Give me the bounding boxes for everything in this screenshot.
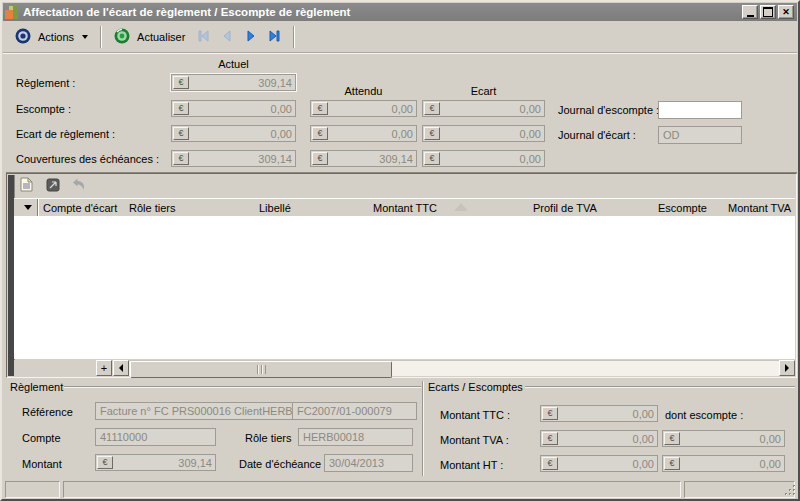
refresh-button[interactable]: Actualiser (107, 24, 191, 50)
journal-escompte-field[interactable] (658, 101, 742, 119)
next-record-icon (243, 28, 259, 47)
euro-icon: € (424, 102, 440, 115)
ecart-reglement-row-label: Ecart de règlement : (16, 128, 115, 140)
maximize-icon (763, 7, 773, 17)
grid-body[interactable] (14, 216, 795, 359)
grid-column-libelle[interactable]: Libellé (259, 202, 291, 214)
ecarts-montant-tva-field: €0,00 (540, 430, 658, 447)
euro-icon: € (173, 76, 189, 89)
reglement-actuel-field: €309,14 (171, 74, 296, 91)
ecart-reglement-actuel-field: €0,00 (171, 125, 296, 142)
row-selector-dropdown-icon[interactable] (24, 205, 32, 210)
edit-line-icon (46, 178, 60, 195)
grid-column-compte-ecart[interactable]: Compte d'écart (43, 202, 117, 214)
ecart-grid-panel: Compte d'écart Rôle tiers Libellé Montan… (6, 173, 797, 378)
euro-icon: € (173, 152, 189, 165)
euro-icon: € (664, 432, 680, 445)
ecarts-group-line (525, 386, 795, 387)
grid-column-montant-tva[interactable]: Montant TVA (728, 202, 791, 214)
actions-button[interactable]: Actions (8, 24, 94, 50)
actions-icon (14, 27, 32, 47)
grid-hscrollbar[interactable] (113, 360, 795, 376)
refresh-icon (113, 27, 131, 47)
hscrollbar-thumb[interactable] (130, 361, 392, 378)
euro-icon: € (173, 127, 189, 140)
journal-ecart-label: Journal d'écart : (558, 129, 636, 141)
ecarts-montant-ttc-field: €0,00 (540, 405, 658, 422)
reglement-group-line (64, 386, 421, 387)
montant-ht-label: Montant HT : (440, 459, 503, 471)
compte-field: 41110000 (95, 428, 216, 446)
previous-record-icon (219, 28, 235, 47)
reference-label: Référence (22, 406, 73, 418)
scroll-right-button[interactable] (779, 360, 795, 376)
toolbar-separator (293, 26, 294, 48)
escompte-ecart-field: €0,00 (422, 100, 545, 117)
hscrollbar-track[interactable] (129, 360, 779, 376)
grid-header-separator (37, 199, 38, 216)
scroll-left-button[interactable] (113, 360, 129, 376)
couvertures-row-label: Couvertures des échéances : (16, 153, 159, 165)
euro-icon: € (424, 152, 440, 165)
grid-toolbar (15, 175, 795, 197)
app-icon (5, 5, 19, 19)
journal-escompte-label: Journal d'escompte : (558, 104, 659, 116)
undo-icon (71, 178, 86, 194)
euro-icon: € (424, 127, 440, 140)
statusbar-panel-middle (63, 481, 681, 498)
close-icon: ✕ (782, 8, 790, 17)
maximize-button[interactable] (760, 5, 776, 19)
euro-icon: € (542, 457, 558, 470)
euro-icon: € (312, 102, 328, 115)
title-bar: Affectation de l'écart de règlement / Es… (3, 3, 797, 21)
actions-label: Actions (38, 31, 74, 43)
close-button[interactable]: ✕ (778, 5, 794, 19)
scroll-left-icon (119, 364, 123, 372)
grid-column-role-tiers[interactable]: Rôle tiers (129, 202, 175, 214)
ecart-reglement-attendu-field: €0,00 (310, 125, 417, 142)
reglement-group-title: Règlement (10, 381, 63, 393)
toolbar-separator (100, 26, 101, 48)
next-record-button[interactable] (242, 27, 260, 48)
minimize-button[interactable] (742, 5, 758, 19)
role-tiers-field: HERB00018 (298, 428, 413, 446)
escompte-ht-field: €0,00 (662, 455, 785, 472)
couvertures-ecart-field: €0,00 (422, 150, 545, 167)
montant-label: Montant (22, 458, 62, 470)
edit-line-button[interactable] (44, 178, 61, 195)
euro-icon: € (97, 456, 113, 469)
new-line-button[interactable] (18, 178, 35, 195)
euro-icon: € (173, 102, 189, 115)
ecart-reglement-ecart-field: €0,00 (422, 125, 545, 142)
resize-grip-icon[interactable] (785, 485, 796, 496)
app-window: Affectation de l'écart de règlement / Es… (0, 0, 800, 501)
column-header-attendu: Attendu (310, 85, 417, 97)
euro-icon: € (664, 457, 680, 470)
escompte-actuel-field: €0,00 (171, 100, 296, 117)
montant-tva-label: Montant TVA : (440, 434, 509, 446)
group-divider (422, 381, 423, 476)
reference-field: Facture n° FC PRS000016 ClientHERB00 (95, 402, 293, 420)
euro-icon: € (542, 407, 558, 420)
ecarts-group-title: Ecarts / Escomptes (428, 381, 523, 393)
grid-column-profil-tva[interactable]: Profil de TVA (533, 202, 597, 214)
montant-ttc-label: Montant TTC : (440, 409, 510, 421)
euro-icon: € (312, 152, 328, 165)
previous-record-button (218, 27, 236, 48)
euro-icon: € (312, 127, 328, 140)
chevron-down-icon (82, 35, 88, 39)
escompte-tva-field: €0,00 (662, 430, 785, 447)
reference-number-field: FC2007/01-000079 (292, 402, 417, 420)
undo-button (70, 178, 87, 195)
refresh-label: Actualiser (137, 31, 185, 43)
last-record-button[interactable] (266, 27, 284, 48)
new-document-icon (20, 177, 33, 195)
grid-column-montant-ttc[interactable]: Montant TTC (373, 202, 437, 214)
add-row-button[interactable]: + (96, 360, 112, 376)
date-echeance-field: 30/04/2013 (324, 454, 413, 472)
statusbar-panel-right (684, 481, 795, 498)
compte-label: Compte (22, 432, 61, 444)
grid-column-escompte[interactable]: Escompte (658, 202, 707, 214)
thumb-grip-icon (257, 365, 266, 374)
role-tiers-label: Rôle tiers (245, 432, 291, 444)
